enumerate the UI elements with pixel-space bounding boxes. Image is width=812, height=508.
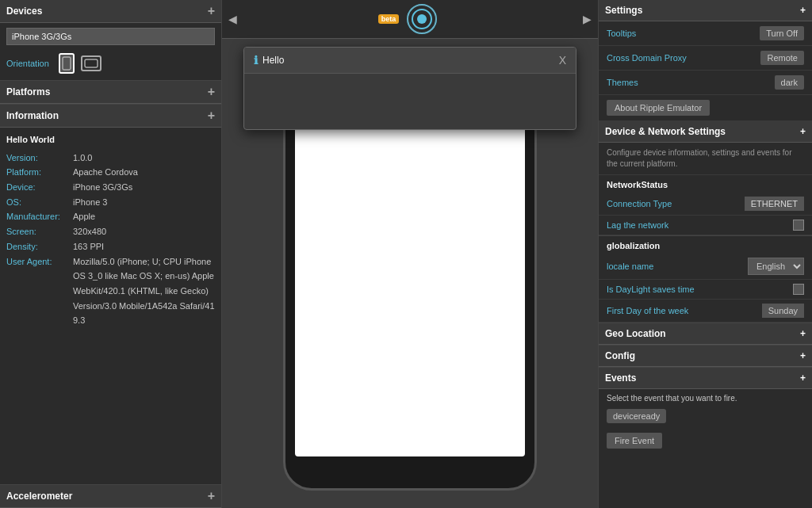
logo-area: beta [378, 3, 442, 35]
info-useragent-val: Mozilla/5.0 (iPhone; U; CPU iPhone OS 3_… [73, 254, 215, 328]
info-os-row: OS: iPhone 3 [6, 195, 215, 210]
first-day-label: First Day of the week [607, 306, 688, 315]
accelerometer-title: Accelerometer [6, 491, 72, 502]
cross-domain-row: Cross Domain Proxy Remote [599, 46, 812, 71]
information-content: Hello World Version: 1.0.0 Platform: Apa… [0, 128, 221, 333]
info-manufacturer-key: Manufacturer: [6, 209, 70, 224]
geo-location-header: Geo Location + [599, 323, 812, 345]
cross-domain-label: Cross Domain Proxy [607, 53, 687, 63]
globalization-title: globalization [599, 235, 812, 254]
info-useragent-row: User Agent: Mozilla/5.0 (iPhone; U; CPU … [6, 254, 215, 328]
lag-network-label: Lag the network [607, 220, 668, 230]
portrait-orientation-button[interactable] [59, 53, 75, 74]
config-section: Config + [599, 345, 812, 367]
dialog-close-button[interactable]: X [559, 55, 566, 66]
info-os-val: iPhone 3 [73, 195, 107, 210]
fire-event-button[interactable]: Fire Event [607, 433, 662, 449]
info-version-key: Version: [6, 151, 70, 166]
config-title: Config [605, 350, 635, 361]
platforms-section: Platforms + [0, 81, 221, 105]
connection-type-row: Connection Type ETHERNET [599, 193, 812, 216]
daylight-label: Is DayLight saves time [607, 285, 695, 294]
information-title: Information [6, 110, 59, 121]
info-platform-key: Platform: [6, 165, 70, 180]
info-platform-val: Apache Cordova [73, 165, 138, 180]
themes-row: Themes dark [599, 71, 812, 95]
platforms-header: Platforms + [0, 81, 221, 104]
tooltips-row: Tooltips Turn Off [599, 21, 812, 46]
platforms-add-button[interactable]: + [208, 86, 215, 98]
dialog-box: ℹ Hello X [243, 47, 576, 130]
accelerometer-add-button[interactable]: + [208, 490, 215, 502]
info-manufacturer-row: Manufacturer: Apple [6, 209, 215, 224]
device-select[interactable]: iPhone 3G/3Gs [6, 28, 215, 45]
top-bar: ◀ beta ▶ [222, 0, 598, 39]
lag-network-row: Lag the network [599, 216, 812, 235]
info-device-row: Device: iPhone 3G/3Gs [6, 180, 215, 195]
device-network-add-button[interactable]: + [800, 126, 806, 137]
tooltips-label: Tooltips [607, 29, 636, 38]
info-screen-val: 320x480 [73, 224, 106, 239]
info-density-val: 163 PPI [73, 239, 104, 254]
themes-button[interactable]: dark [775, 75, 804, 90]
locale-row: locale name English [599, 254, 812, 280]
center-panel: ◀ beta ▶ ℹ Hello [222, 0, 598, 508]
connection-type-button[interactable]: ETHERNET [745, 197, 804, 211]
lag-network-checkbox[interactable] [793, 220, 804, 231]
device-network-desc: Configure device information, settings a… [599, 143, 812, 175]
devices-title: Devices [6, 6, 42, 17]
dialog-header: ℹ Hello X [244, 48, 576, 74]
devices-section: Devices + iPhone 3G/3Gs Orientation [0, 0, 221, 81]
devices-header: Devices + [0, 0, 221, 23]
info-os-key: OS: [6, 195, 70, 210]
settings-title: Settings [605, 5, 642, 16]
orientation-label: Orientation [6, 59, 49, 68]
events-section: Events + Select the event that you want … [599, 367, 812, 456]
geo-location-add-button[interactable]: + [800, 328, 806, 339]
accelerometer-section: Accelerometer + [0, 485, 221, 508]
device-network-title: Device & Network Settings [605, 126, 726, 137]
devices-add-button[interactable]: + [208, 5, 215, 17]
svg-rect-0 [63, 57, 71, 70]
orientation-row: Orientation [0, 50, 221, 80]
cross-domain-button[interactable]: Remote [760, 51, 804, 65]
accelerometer-header: Accelerometer + [0, 485, 221, 508]
info-screen-key: Screen: [6, 224, 70, 239]
info-device-val: iPhone 3G/3Gs [73, 180, 132, 195]
first-day-button[interactable]: Sunday [762, 304, 804, 318]
information-section: Information + Hello World Version: 1.0.0… [0, 105, 221, 485]
info-useragent-key: User Agent: [6, 254, 70, 328]
information-header: Information + [0, 105, 221, 128]
events-title: Events [605, 372, 636, 384]
right-panel: Settings + Tooltips Turn Off Cross Domai… [598, 0, 812, 508]
info-device-key: Device: [6, 180, 70, 195]
config-add-button[interactable]: + [800, 350, 806, 361]
locale-select[interactable]: English [748, 258, 804, 275]
back-button[interactable]: ◀ [228, 13, 237, 25]
tooltips-button[interactable]: Turn Off [760, 26, 804, 40]
dialog-info-icon: ℹ [254, 54, 258, 67]
geo-location-section: Geo Location + [599, 323, 812, 345]
daylight-row: Is DayLight saves time [599, 280, 812, 300]
left-panel: Devices + iPhone 3G/3Gs Orientation Plat… [0, 0, 222, 508]
information-add-button[interactable]: + [208, 109, 215, 122]
forward-button[interactable]: ▶ [583, 13, 592, 25]
settings-add-button[interactable]: + [800, 5, 806, 16]
info-app-title: Hello World [6, 132, 215, 147]
events-header: Events + [599, 368, 812, 389]
info-screen-row: Screen: 320x480 [6, 224, 215, 239]
connection-type-label: Connection Type [607, 199, 672, 208]
ripple-logo [402, 3, 442, 35]
platforms-title: Platforms [6, 86, 50, 97]
phone-screen [295, 100, 525, 456]
info-version-row: Version: 1.0.0 [6, 151, 215, 166]
deviceready-event-tag[interactable]: deviceready [607, 409, 666, 423]
info-density-row: Density: 163 PPI [6, 239, 215, 254]
events-add-button[interactable]: + [800, 372, 806, 384]
info-platform-row: Platform: Apache Cordova [6, 165, 215, 180]
landscape-orientation-button[interactable] [81, 55, 102, 71]
device-network-header: Device & Network Settings + [599, 121, 812, 143]
daylight-checkbox[interactable] [793, 284, 804, 295]
config-header: Config + [599, 346, 812, 367]
about-ripple-button[interactable]: About Ripple Emulator [607, 100, 710, 116]
